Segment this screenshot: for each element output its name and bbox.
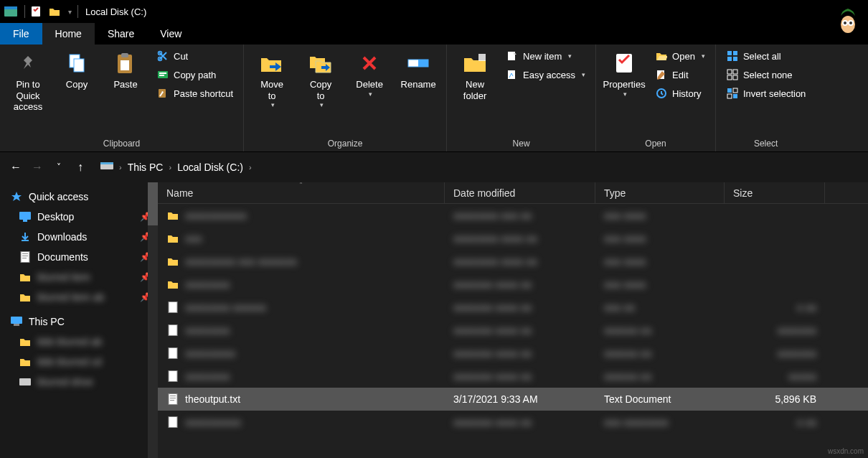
sort-indicator-icon: ˄ [299,182,303,189]
nav-row: ← → ˅ ↑ › This PC › Local Disk (C:) › [0,152,868,182]
open-icon [655,50,668,62]
svg-rect-53 [169,371,177,382]
sidebar-item[interactable]: bbb blurred cd [0,352,158,372]
new-folder-button[interactable]: New folder [453,47,497,101]
svg-rect-49 [19,378,31,385]
sidebar-this-pc[interactable]: This PC [0,312,158,332]
invert-selection-icon [726,87,739,100]
back-button[interactable]: ← [6,157,26,177]
select-none-button[interactable]: Select none [722,66,810,83]
sidebar-downloads[interactable]: Downloads 📌 [0,227,158,247]
qat-dropdown-icon[interactable]: ▾ [68,8,72,16]
file-row[interactable]: aaaaaaaa aaaaaaaaaaaaa aaaa aaaaa aaa aa [158,296,868,319]
svg-rect-21 [478,54,486,61]
address-bar[interactable]: › This PC › Local Disk (C:) › [96,157,862,177]
history-button[interactable]: History [651,85,709,102]
sidebar-item[interactable]: blurred item📌 [0,267,158,287]
svg-rect-36 [733,88,737,93]
downloads-icon [19,230,32,243]
sidebar-item[interactable]: blurred item ab📌 [0,287,158,307]
svg-rect-54 [169,394,177,405]
chevron-right-icon[interactable]: › [246,163,255,172]
sidebar-desktop[interactable]: Desktop 📌 [0,207,158,227]
sidebar-item[interactable]: bbb blurred ab [0,332,158,352]
folder-icon [166,232,179,245]
copy-to-button[interactable]: Copy to▾ [298,47,343,109]
content-area: Quick access Desktop 📌 Downloads 📌 Docum… [0,182,868,458]
documents-icon [19,251,32,263]
forward-button[interactable]: → [27,157,47,177]
file-row[interactable]: aaaaaaaaaaa aaaa aaaaa aaaa [158,227,868,250]
file-row[interactable]: aaaaaaaaaaaaaaaaaaa aaa aaaaa aaaa [158,204,868,227]
paste-button[interactable]: Paste [103,47,148,90]
column-name[interactable]: ˄Name [158,182,445,203]
svg-rect-40 [100,162,113,164]
copy-path-button[interactable]: Copy path [152,66,237,83]
properties-button[interactable]: Properties▾ [602,47,646,98]
window-title: Local Disk (C:) [85,6,146,17]
folder-icon [19,355,32,368]
svg-rect-58 [169,417,177,428]
select-all-button[interactable]: Select all [722,47,810,65]
edit-button[interactable]: Edit [651,66,709,83]
recent-locations-button[interactable]: ˅ [49,157,69,177]
rename-button[interactable]: Rename [396,47,440,90]
tab-view[interactable]: View [147,23,194,45]
chevron-right-icon[interactable]: › [116,163,125,172]
group-label: Organize [328,137,363,150]
new-item-button[interactable]: New item▾ [501,47,590,65]
easy-access-button[interactable]: Easy access▾ [501,66,590,83]
svg-rect-31 [727,70,732,74]
tab-home[interactable]: Home [42,23,95,45]
svg-rect-45 [22,256,28,256]
edit-icon [655,68,668,81]
scrollbar-thumb[interactable] [148,182,158,225]
chevron-right-icon[interactable]: › [166,163,174,172]
folder-quick-icon[interactable] [47,4,62,19]
move-to-button[interactable]: Move to▾ [250,47,294,109]
properties-quick-icon[interactable] [28,4,44,19]
star-icon [10,190,23,203]
file-row[interactable]: aaaaaaaaaaaaaaaaa aaaa aaaaa aaaaaaaaa a… [158,411,868,434]
svg-rect-38 [733,94,737,98]
ribbon: Pin to Quick access Copy Paste Cut Copy … [0,45,868,152]
separator [77,5,78,18]
folder-icon [166,255,179,268]
chevron-down-icon: ▾ [702,52,705,60]
tab-share[interactable]: Share [95,23,147,45]
breadcrumb-thispc[interactable]: This PC [128,162,164,173]
easy-access-icon [506,68,519,81]
column-type[interactable]: Type [595,182,725,203]
invert-selection-button[interactable]: Invert selection [722,85,810,102]
file-row-selected[interactable]: theoutput.txt 3/17/2021 9:33 AM Text Doc… [158,388,868,411]
file-row[interactable]: aaaaaaaaaaaaaaaa aaaa aaaaaaaa aaaaaaaaa [158,342,868,365]
delete-button[interactable]: Delete▾ [347,47,392,98]
breadcrumb-disk[interactable]: Local Disk (C:) [177,162,243,173]
group-select: Select all Select none Invert selection … [716,45,816,151]
up-button[interactable]: ↑ [70,157,90,177]
file-name: theoutput.txt [185,393,240,405]
group-label: Select [754,137,778,150]
file-row[interactable]: aaaaaaaaaaaaaaa aaaa aaaaaaaa aaaaaaaaa [158,319,868,342]
column-size[interactable]: Size [725,182,825,203]
file-row[interactable]: aaaaaaaaaaaaaaa aaaa aaaaaaaa aaaaaaa [158,365,868,388]
chevron-down-icon: ▾ [320,101,324,109]
column-date[interactable]: Date modified [445,182,595,203]
sidebar-documents[interactable]: Documents 📌 [0,247,158,267]
copy-to-icon [308,50,334,76]
scrollbar[interactable] [148,182,158,458]
file-row[interactable]: aaaaaaaaa aaa aaaaaaaaaaaaaaa aaaa aaaaa… [158,250,868,273]
open-button[interactable]: Open▾ [651,47,709,65]
copy-button[interactable]: Copy [55,47,99,90]
cut-button[interactable]: Cut [152,47,237,65]
svg-rect-48 [14,324,19,326]
sidebar-item[interactable]: blurred drive [0,372,158,392]
pin-to-quick-access-button[interactable]: Pin to Quick access [6,47,50,113]
sidebar-quick-access[interactable]: Quick access [0,187,158,207]
paste-shortcut-icon [156,87,169,100]
paste-shortcut-button[interactable]: Paste shortcut [152,85,237,102]
tab-file[interactable]: File [0,23,42,45]
this-pc-icon [10,315,23,328]
cut-icon [156,50,169,62]
file-row[interactable]: aaaaaaaaaaaaaaa aaaa aaaaa aaaa [158,273,868,296]
